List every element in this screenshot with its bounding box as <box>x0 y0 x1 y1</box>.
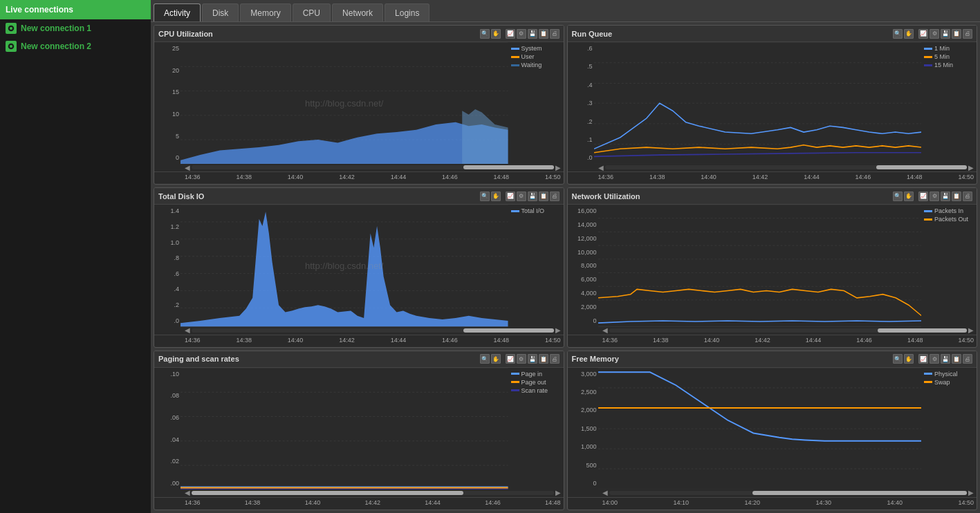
tab-cpu[interactable]: CPU <box>293 3 331 21</box>
tab-memory[interactable]: Memory <box>240 3 290 21</box>
nu-zoom-icon[interactable]: 🔍 <box>893 192 903 201</box>
dio-save-icon[interactable]: 💾 <box>528 192 537 201</box>
legend-system-color <box>511 48 519 50</box>
dio-filter-icon[interactable]: ⚙ <box>517 192 526 201</box>
pg-scroll-right[interactable]: ▶ <box>555 489 561 496</box>
fm-area <box>598 368 922 489</box>
nu-hand-icon[interactable]: ✋ <box>904 192 914 201</box>
legend-15min-color <box>924 64 932 66</box>
save-icon[interactable]: 💾 <box>528 29 537 39</box>
print-icon[interactable]: 🖨 <box>550 29 560 39</box>
fm-zoom-icon[interactable]: 🔍 <box>893 354 903 364</box>
tab-activity[interactable]: Activity <box>154 3 201 21</box>
fm-copy-icon[interactable]: 📋 <box>952 354 961 364</box>
rq-print-icon[interactable]: 🖨 <box>963 29 972 39</box>
rq-chart-icon[interactable]: 📈 <box>918 29 928 39</box>
dio-legend: Total I/O <box>508 205 564 326</box>
run-queue-title: Run Queue <box>572 30 613 38</box>
dio-scroll-left[interactable]: ◀ <box>185 326 190 334</box>
legend-packets-in: Packets In <box>924 207 974 214</box>
dio-print-icon[interactable]: 🖨 <box>550 192 560 201</box>
scroll-right[interactable]: ▶ <box>555 164 561 171</box>
sidebar-item-connection1[interactable]: New connection 1 <box>0 19 151 37</box>
nu-scroll-right[interactable]: ▶ <box>968 326 974 334</box>
pg-copy-icon[interactable]: 📋 <box>539 354 548 364</box>
legend-pout-color <box>924 218 932 221</box>
nu-copy-icon[interactable]: 📋 <box>952 192 961 201</box>
fm-chart-icon[interactable]: 📈 <box>918 354 928 364</box>
tab-bar: Activity Disk Memory CPU Network Logins <box>151 0 980 22</box>
cpu-util-svg <box>181 42 508 164</box>
cpu-util-header: CPU Utilization 🔍 ✋ 📈 ⚙ 💾 📋 🖨 <box>154 26 564 42</box>
scroll-left[interactable]: ◀ <box>185 164 190 171</box>
nu-scrollbar: ◀ ▶ <box>568 327 977 334</box>
tab-disk[interactable]: Disk <box>202 3 239 21</box>
scroll-track <box>192 165 554 169</box>
tab-logins[interactable]: Logins <box>385 3 429 21</box>
cpu-util-area: http://blog.csdn.net/ <box>181 42 508 164</box>
cpu-util-body: 25 20 15 10 5 0 http://blog.csdn.net/ <box>154 42 564 164</box>
pg-print-icon[interactable]: 🖨 <box>550 354 560 364</box>
legend-pagein: Page in <box>511 371 561 377</box>
rq-filter-icon[interactable]: ⚙ <box>930 29 939 39</box>
main-content: Activity Disk Memory CPU Network Logins … <box>151 0 980 513</box>
legend-totalio-color <box>511 210 519 212</box>
fm-scrollbar: ◀ ▶ <box>568 489 977 496</box>
run-queue-header: Run Queue 🔍 ✋ 📈 ⚙ 💾 📋 🖨 <box>568 26 977 42</box>
paging-tools: 🔍 ✋ 📈 ⚙ 💾 📋 🖨 <box>480 354 560 364</box>
fm-print-icon[interactable]: 🖨 <box>963 354 972 364</box>
fm-hand-icon[interactable]: ✋ <box>904 354 914 364</box>
connection1-icon <box>6 23 17 34</box>
pg-zoom-icon[interactable]: 🔍 <box>480 354 490 364</box>
copy-icon[interactable]: 📋 <box>539 29 548 39</box>
pg-filter-icon[interactable]: ⚙ <box>517 354 526 364</box>
network-util-panel: Network Utilization 🔍 ✋ 📈 ⚙ 💾 📋 🖨 16,000… <box>567 187 978 347</box>
dio-zoom-icon[interactable]: 🔍 <box>480 192 490 201</box>
legend-physical-color <box>924 373 932 375</box>
rq-save-icon[interactable]: 💾 <box>941 29 950 39</box>
pg-yaxis: .10 .08 .06 .04 .02 .00 <box>154 368 181 489</box>
pg-chart-icon[interactable]: 📈 <box>506 354 515 364</box>
fm-scroll-left[interactable]: ◀ <box>602 489 608 496</box>
zoom-icon[interactable]: 🔍 <box>480 29 490 39</box>
disk-io-panel: Total Disk IO 🔍 ✋ 📈 ⚙ 💾 📋 🖨 1.4 1.2 1.0 <box>154 187 564 347</box>
rq-copy-icon[interactable]: 📋 <box>952 29 961 39</box>
dio-copy-icon[interactable]: 📋 <box>539 192 548 201</box>
fm-filter-icon[interactable]: ⚙ <box>930 354 939 364</box>
dio-scroll-right[interactable]: ▶ <box>555 326 561 334</box>
rq-area <box>594 42 922 164</box>
dio-hand-icon[interactable]: ✋ <box>491 192 501 201</box>
paging-body: .10 .08 .06 .04 .02 .00 <box>154 368 564 489</box>
rq-zoom-icon[interactable]: 🔍 <box>893 29 903 39</box>
rq-hand-icon[interactable]: ✋ <box>904 29 914 39</box>
fm-scroll-right[interactable]: ▶ <box>968 489 974 496</box>
legend-physical: Physical <box>924 371 974 377</box>
sidebar-item1-label: New connection 1 <box>21 24 91 33</box>
nu-print-icon[interactable]: 🖨 <box>963 192 972 201</box>
nu-save-icon[interactable]: 💾 <box>941 192 950 201</box>
tab-network[interactable]: Network <box>332 3 383 21</box>
pg-scroll-left[interactable]: ◀ <box>185 489 190 496</box>
nu-scroll-left[interactable]: ◀ <box>602 326 608 334</box>
hand-icon[interactable]: ✋ <box>491 29 501 39</box>
chart-icon[interactable]: 📈 <box>506 29 515 39</box>
fm-save-icon[interactable]: 💾 <box>941 354 950 364</box>
cpu-util-legend: System User Waiting <box>508 42 564 164</box>
nu-area <box>598 205 922 326</box>
pg-hand-icon[interactable]: ✋ <box>491 354 501 364</box>
scroll-thumb[interactable] <box>463 165 554 169</box>
legend-total-io: Total I/O <box>511 207 561 214</box>
pg-save-icon[interactable]: 💾 <box>528 354 537 364</box>
dio-chart-icon[interactable]: 📈 <box>506 192 515 201</box>
dio-scrollbar: ◀ ▶ <box>154 327 564 334</box>
sidebar: Live connections New connection 1 New co… <box>0 0 151 513</box>
rq-scroll-left[interactable]: ◀ <box>598 164 604 171</box>
pg-legend: Page in Page out Scan rate <box>508 368 564 489</box>
sidebar-item-connection2[interactable]: New connection 2 <box>0 37 151 55</box>
filter-icon[interactable]: ⚙ <box>517 29 526 39</box>
rq-scroll-right[interactable]: ▶ <box>968 164 974 171</box>
nu-chart-icon[interactable]: 📈 <box>918 192 928 201</box>
pg-xaxis: 14:36 14:38 14:40 14:42 14:44 14:46 14:4… <box>154 497 564 510</box>
dio-yaxis: 1.4 1.2 1.0 .8 .6 .4 .2 .0 <box>154 205 181 326</box>
nu-filter-icon[interactable]: ⚙ <box>930 192 939 201</box>
